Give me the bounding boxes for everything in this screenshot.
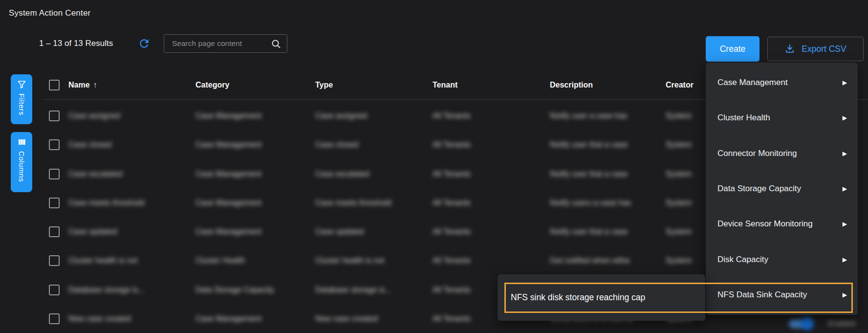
menu-item-label: Case Management	[717, 78, 788, 88]
filter-funnel-icon	[17, 80, 26, 89]
row-cell-description: Notify user that a case	[550, 227, 628, 236]
chevron-right-icon: ▶	[843, 291, 847, 298]
sort-ascending-icon: ↑	[93, 81, 97, 89]
row-checkbox[interactable]	[49, 139, 60, 150]
row-cell-category: Case Management	[195, 170, 261, 178]
row-cell-description: Notify user a case has	[550, 111, 627, 120]
menu-item-label: Disk Capacity	[717, 255, 768, 265]
row-cell-tenant: All Tenants	[433, 140, 471, 149]
row-cell-type: New case created	[315, 314, 378, 323]
menu-item-label: Device Sensor Monitoring	[717, 219, 813, 229]
row-cell-category: Case Management	[195, 199, 261, 207]
menu-item-case-management[interactable]: Case Management▶	[706, 65, 858, 100]
refresh-button[interactable]	[138, 37, 151, 50]
page-title: System Action Center	[9, 8, 90, 18]
row-cell-type: Case escalated	[315, 170, 369, 178]
column-header-description[interactable]: Description	[550, 81, 593, 89]
search-input[interactable]	[164, 35, 287, 52]
submenu-item-nfs-sink-disk-storage-reaching-cap[interactable]: NFS sink disk storage reaching cap	[498, 292, 645, 303]
column-header-name-label: Name	[68, 81, 90, 89]
row-cell-type: Cluster health is not	[315, 256, 384, 265]
menu-item-nfs-data-sink-capacity[interactable]: NFS Data Sink Capacity▶	[706, 277, 858, 312]
download-icon	[784, 44, 795, 54]
row-enabled-toggle[interactable]: Enabled	[783, 315, 868, 331]
row-cell-type: Case closed	[315, 140, 358, 149]
row-cell-name: Case updated	[68, 227, 117, 236]
menu-item-device-sensor-monitoring[interactable]: Device Sensor Monitoring▶	[706, 206, 858, 242]
row-cell-tenant: All Tenants	[433, 314, 471, 323]
row-checkbox[interactable]	[49, 169, 60, 179]
row-cell-name: Cluster health is not	[68, 256, 137, 265]
row-cell-category: Cluster Health	[195, 256, 245, 265]
row-cell-tenant: All Tenants	[433, 170, 471, 178]
row-cell-creator: System	[666, 256, 692, 265]
create-submenu: NFS sink disk storage reaching cap	[498, 274, 705, 321]
menu-item-label: Connector Monitoring	[717, 149, 797, 158]
row-cell-category: Case Management	[195, 314, 261, 323]
column-header-type[interactable]: Type	[315, 81, 333, 89]
row-cell-name: Case meets threshold	[68, 199, 145, 207]
column-header-creator[interactable]: Creator	[666, 81, 694, 89]
row-cell-description: Notify user that a case	[550, 140, 628, 149]
row-checkbox[interactable]	[49, 226, 60, 237]
row-cell-type: Database storage is...	[315, 286, 391, 294]
search-box	[164, 34, 287, 53]
row-cell-description: Notify user that a case	[550, 170, 628, 178]
column-header-tenant[interactable]: Tenant	[433, 81, 457, 89]
export-csv-button[interactable]: Export CSV	[767, 37, 864, 61]
select-all-checkbox[interactable]	[49, 80, 60, 90]
create-menu: Case Management▶Cluster Health▶Connector…	[706, 63, 858, 315]
row-cell-name: New case created	[68, 314, 131, 323]
row-cell-creator: System	[666, 170, 692, 178]
toggle-label: Enabled	[828, 319, 855, 327]
menu-item-cluster-health[interactable]: Cluster Health▶	[706, 100, 858, 135]
row-cell-creator: System	[666, 140, 692, 149]
row-checkbox[interactable]	[49, 111, 60, 121]
row-cell-creator: System	[666, 111, 692, 120]
toggle-knob	[801, 317, 814, 330]
menu-item-disk-capacity[interactable]: Disk Capacity▶	[706, 242, 858, 277]
chevron-right-icon: ▶	[843, 114, 847, 121]
row-checkbox[interactable]	[49, 198, 60, 208]
menu-item-label: Data Storage Capacity	[717, 184, 801, 194]
refresh-icon	[138, 37, 151, 50]
row-cell-tenant: All Tenants	[433, 111, 471, 120]
row-checkbox[interactable]	[49, 255, 60, 266]
row-cell-description: Get notified when eithe	[550, 256, 630, 265]
row-cell-tenant: All Tenants	[433, 199, 471, 207]
search-icon[interactable]	[270, 38, 282, 50]
system-action-center-page: System Action Center 1 – 13 of 13 Result…	[0, 0, 868, 333]
chevron-right-icon: ▶	[843, 150, 847, 157]
column-header-category[interactable]: Category	[195, 81, 229, 89]
row-cell-name: Case closed	[68, 140, 111, 149]
menu-item-label: Cluster Health	[717, 113, 770, 123]
row-cell-name: Case assigned	[68, 111, 120, 120]
row-cell-tenant: All Tenants	[433, 286, 471, 294]
chevron-right-icon: ▶	[843, 185, 847, 192]
row-cell-category: Data Storage Capacity	[195, 286, 274, 294]
row-checkbox[interactable]	[49, 313, 60, 324]
row-cell-description: Notify users a case has	[550, 199, 631, 207]
row-cell-creator: System	[666, 227, 692, 236]
results-count: 1 – 13 of 13 Results	[39, 39, 113, 48]
chevron-right-icon: ▶	[843, 221, 847, 227]
row-cell-name: Database storage is...	[68, 286, 145, 294]
row-cell-name: Case escalated	[68, 170, 122, 178]
row-cell-type: Case meets threshold	[315, 199, 391, 207]
row-cell-type: Case updated	[315, 227, 364, 236]
menu-item-label: NFS Data Sink Capacity	[717, 290, 807, 300]
row-cell-type: Case assigned	[315, 111, 367, 120]
chevron-right-icon: ▶	[843, 79, 847, 86]
row-cell-category: Case Management	[195, 227, 261, 236]
column-header-name[interactable]: Name↑	[68, 81, 97, 89]
menu-item-data-storage-capacity[interactable]: Data Storage Capacity▶	[706, 171, 858, 206]
row-cell-category: Case Management	[195, 111, 261, 120]
row-cell-tenant: All Tenants	[433, 256, 471, 265]
chevron-right-icon: ▶	[843, 256, 847, 263]
row-cell-category: Case Management	[195, 140, 261, 149]
row-cell-tenant: All Tenants	[433, 227, 471, 236]
create-button[interactable]: Create	[706, 36, 760, 62]
row-cell-creator: System	[666, 199, 692, 207]
menu-item-connector-monitoring[interactable]: Connector Monitoring▶	[706, 136, 858, 171]
row-checkbox[interactable]	[49, 285, 60, 295]
